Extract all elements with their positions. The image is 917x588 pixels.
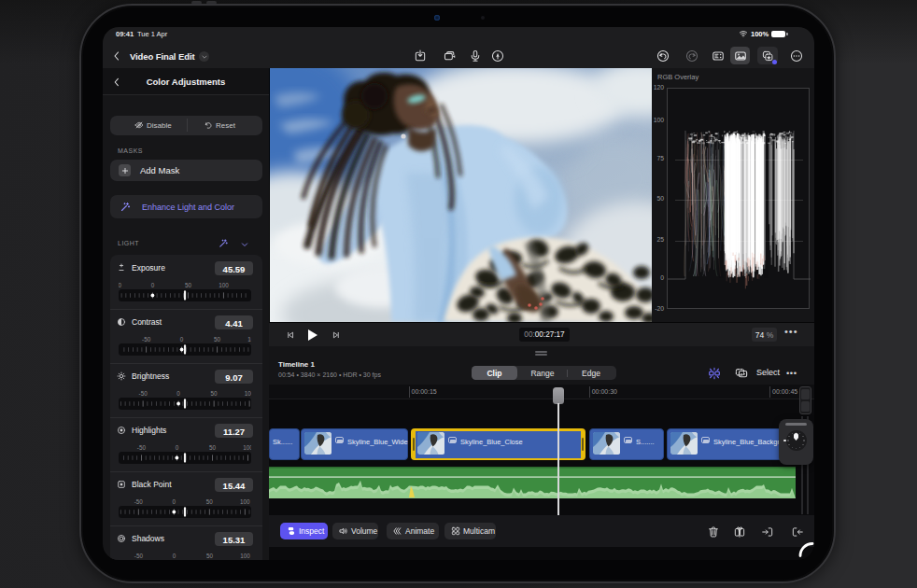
svg-text:100: 100 [245, 390, 251, 397]
svg-text:50: 50 [206, 553, 214, 559]
svg-text:-50: -50 [139, 390, 148, 397]
svg-text:0: 0 [151, 282, 155, 288]
svg-text:0: 0 [180, 336, 184, 343]
svg-text:50: 50 [206, 498, 214, 505]
svg-text:100: 100 [240, 553, 250, 559]
svg-text:100: 100 [243, 444, 251, 451]
svg-text:100: 100 [219, 282, 229, 288]
svg-text:0: 0 [176, 444, 179, 451]
svg-text:100: 100 [247, 336, 251, 343]
svg-text:-50: -50 [134, 553, 144, 559]
svg-text:-50: -50 [142, 336, 151, 343]
svg-text:50: 50 [211, 390, 219, 397]
svg-text:50: 50 [214, 336, 221, 343]
svg-text:50: 50 [209, 444, 217, 451]
svg-text:-50: -50 [137, 444, 147, 451]
svg-text:0: 0 [173, 498, 176, 505]
svg-text:0: 0 [173, 553, 176, 559]
svg-text:0: 0 [176, 390, 180, 397]
svg-text:-50: -50 [119, 282, 121, 288]
svg-text:-50: -50 [134, 498, 144, 505]
svg-text:50: 50 [185, 282, 192, 288]
svg-text:100: 100 [240, 498, 250, 505]
